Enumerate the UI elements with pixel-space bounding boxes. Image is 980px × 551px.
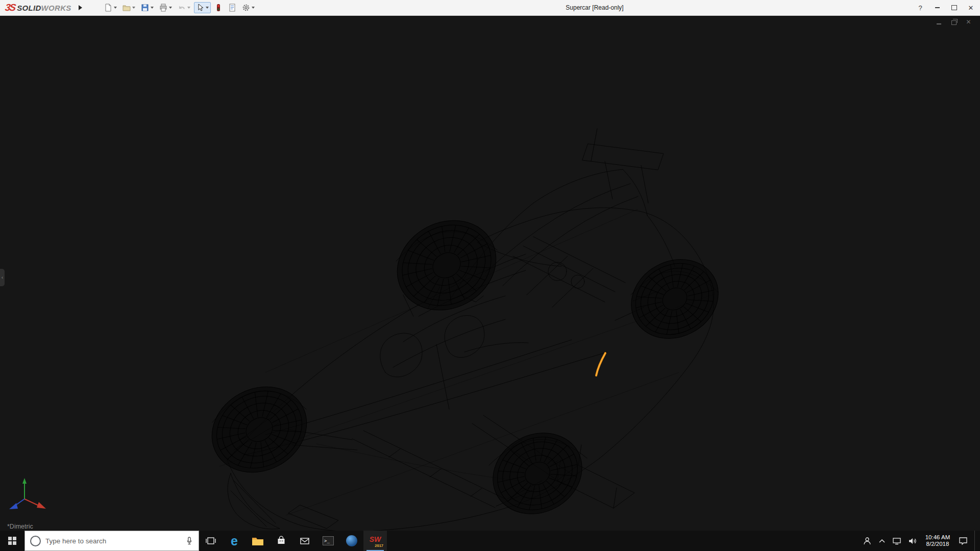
solidworks-year-badge: 2017 [375, 543, 383, 548]
file-explorer-icon [252, 536, 264, 546]
toolbar-flyout-button[interactable] [77, 2, 85, 13]
doc-restore-button[interactable] [949, 18, 958, 26]
people-icon [863, 537, 872, 545]
show-desktop-button[interactable] [974, 531, 978, 551]
brand-solid: SOLID [17, 4, 41, 12]
flyout-arrow-icon [79, 5, 82, 10]
maximize-button[interactable] [950, 3, 958, 12]
solidworks-app-icon: SW 2017 [368, 534, 383, 547]
store-icon [276, 536, 286, 546]
print-button[interactable] [157, 2, 174, 13]
network-icon [892, 537, 901, 545]
windows-start-icon [8, 537, 16, 545]
options-button[interactable] [240, 2, 257, 13]
undo-button[interactable] [176, 2, 192, 13]
edrawings-icon [346, 535, 357, 546]
action-center-icon [959, 537, 968, 545]
minimize-icon [937, 23, 941, 24]
open-button[interactable] [120, 2, 137, 13]
minimize-button[interactable] [933, 3, 941, 12]
select-button[interactable] [194, 2, 211, 13]
titlebar: 3SSOLIDWORKS [0, 0, 980, 16]
edge-icon: e [231, 535, 238, 547]
open-icon [122, 4, 131, 12]
start-button[interactable] [0, 531, 24, 551]
chevron-down-icon[interactable] [169, 7, 172, 9]
options-gear-icon [242, 4, 250, 12]
search-placeholder: Type here to search [45, 537, 180, 545]
chevron-down-icon[interactable] [252, 7, 255, 9]
file-properties-icon [228, 4, 236, 12]
chevron-down-icon[interactable] [132, 7, 135, 9]
taskbar-edge[interactable]: e [223, 531, 246, 551]
help-button[interactable]: ? [916, 3, 924, 12]
wheel-rear-left [479, 418, 596, 530]
minimize-icon [935, 7, 940, 8]
quick-access-toolbar [102, 2, 257, 13]
chevron-up-icon [878, 538, 886, 543]
chevron-down-icon[interactable] [114, 7, 117, 9]
rebuild-button[interactable] [212, 2, 225, 13]
doc-close-button[interactable]: ✕ [964, 18, 973, 26]
taskbar-apps: e >_ SW 2017 [199, 531, 387, 551]
highlighted-edge[interactable] [596, 353, 605, 375]
select-cursor-icon [196, 4, 204, 12]
document-window-controls: ✕ [935, 18, 973, 26]
window-title: Supercar [Read-only] [566, 0, 623, 15]
wheel-front-left [197, 370, 322, 488]
chevron-down-icon[interactable] [187, 7, 190, 9]
close-icon: ✕ [966, 18, 971, 26]
volume-button[interactable] [908, 537, 917, 545]
car-wireframe-model [0, 15, 980, 531]
cortana-icon [30, 536, 41, 546]
print-icon [159, 4, 167, 12]
save-icon [141, 4, 149, 12]
taskbar-mail[interactable] [293, 531, 316, 551]
taskbar-solidworks[interactable]: SW 2017 [363, 531, 387, 551]
body-wireframe [212, 129, 718, 531]
taskbar-command-prompt[interactable]: >_ [316, 531, 340, 551]
brand-works: WORKS [41, 4, 71, 12]
titlebar-buttons: ? ✕ [916, 0, 975, 15]
taskbar-search[interactable]: Type here to search [24, 531, 199, 551]
view-orientation-label: *Dimetric [7, 523, 33, 530]
solidworks-logo: 3SSOLIDWORKS [5, 2, 71, 13]
clock-time: 10:46 AM [923, 534, 952, 541]
doc-minimize-button[interactable] [935, 18, 943, 26]
network-button[interactable] [892, 537, 901, 545]
feature-panel-flyout-tab[interactable]: ‹ [0, 269, 5, 286]
maximize-icon [951, 5, 957, 10]
wheel-front-right [381, 204, 511, 327]
task-view-button[interactable] [199, 531, 223, 551]
chevron-down-icon[interactable] [151, 7, 154, 9]
close-button[interactable]: ✕ [967, 3, 975, 12]
reference-triad [4, 477, 51, 518]
task-view-icon [205, 536, 216, 545]
save-button[interactable] [139, 2, 156, 13]
graphics-viewport[interactable]: ✕ ‹ *Dimetric [0, 15, 980, 531]
show-hidden-icons-button[interactable] [878, 538, 886, 543]
dassault-mark-icon: 3S [4, 2, 15, 13]
triad-z-axis-icon [9, 503, 18, 509]
clock-date: 8/2/2018 [923, 541, 952, 547]
windows-taskbar: Type here to search e >_ SW 201 [0, 531, 980, 551]
file-properties-button[interactable] [226, 2, 238, 13]
triad-x-axis-icon [37, 502, 46, 509]
triad-y-axis-icon [22, 478, 27, 484]
people-button[interactable] [863, 537, 872, 545]
speaker-icon [908, 537, 917, 545]
taskbar-store[interactable] [270, 531, 293, 551]
action-center-button[interactable] [959, 537, 968, 545]
restore-icon [951, 20, 957, 25]
undo-icon [178, 4, 186, 12]
new-document-button[interactable] [102, 2, 119, 13]
wheel-rear-right [618, 244, 732, 353]
taskbar-file-explorer[interactable] [246, 531, 270, 551]
chevron-down-icon[interactable] [206, 7, 209, 9]
mail-icon [300, 537, 310, 545]
taskbar-clock[interactable]: 10:46 AM 8/2/2018 [923, 534, 952, 547]
rebuild-icon [214, 4, 223, 12]
taskbar-edrawings[interactable] [340, 531, 363, 551]
system-tray: 10:46 AM 8/2/2018 [863, 531, 980, 551]
microphone-icon[interactable] [185, 536, 193, 545]
